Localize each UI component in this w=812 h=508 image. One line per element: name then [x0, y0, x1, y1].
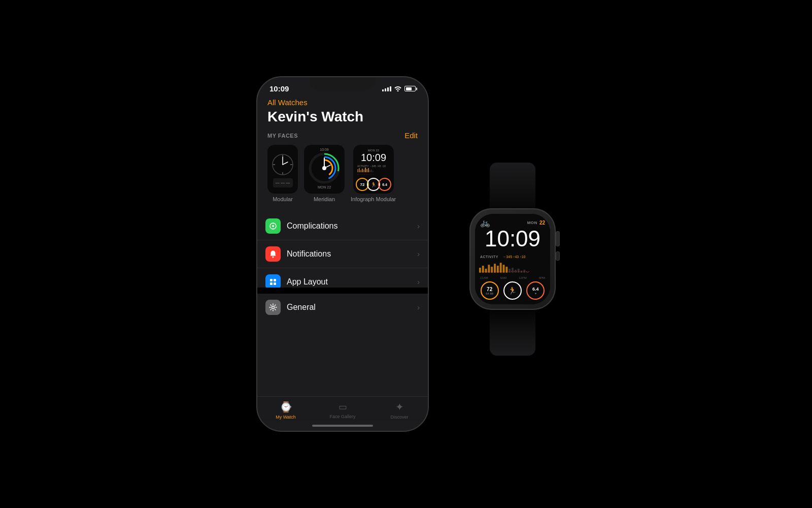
notifications-icon: [265, 246, 281, 262]
temp-sub: 64 88: [486, 292, 493, 295]
svg-point-43: [272, 225, 274, 227]
signal-bar-1: [382, 89, 384, 91]
face-label-modular: Modular: [273, 196, 293, 202]
svg-rect-68: [518, 269, 520, 273]
home-indicator: [312, 425, 373, 427]
watch-band-bottom: [490, 310, 535, 356]
svg-rect-34: [373, 171, 374, 172]
status-icons: [382, 85, 416, 92]
temp-value: 72: [487, 287, 492, 292]
svg-text:🏃: 🏃: [370, 181, 377, 188]
svg-rect-26: [360, 170, 361, 172]
app-layout-label: App Layout: [287, 277, 417, 287]
face-item-infograph[interactable]: MON 22 10:09 ACTIVITY →345 ↑43 ↑10: [351, 145, 396, 202]
svg-rect-49: [270, 282, 273, 285]
svg-rect-47: [270, 279, 273, 281]
activity-graph: [478, 260, 547, 275]
signal-bar-2: [385, 88, 386, 91]
svg-text:MON 22: MON 22: [318, 185, 331, 189]
svg-rect-67: [515, 270, 517, 273]
app-header: All Watches Kevin's Watch: [257, 96, 428, 131]
iphone-screen: 10:09: [257, 77, 428, 431]
svg-rect-60: [494, 264, 496, 272]
battery-icon: [404, 86, 416, 91]
tab-discover[interactable]: ✦ Discover: [371, 401, 428, 420]
complication-uv: 6.4 ✦: [526, 281, 545, 300]
faces-scroll: — — — Modular: [257, 145, 428, 202]
face-item-meridian[interactable]: 10:09 MON 22 Meridian: [304, 145, 345, 202]
menu-item-general[interactable]: General ›: [257, 294, 428, 321]
activity-values: →345 ↑43 ↑10: [502, 255, 525, 259]
signal-bar-3: [387, 87, 389, 91]
watch-body: 🚲 MON 22 10:09 ACTIVITY →345 ↑43 ↑10: [469, 208, 556, 310]
menu-item-app-layout[interactable]: App Layout ›: [257, 268, 428, 288]
menu-section-2: General ›: [257, 294, 428, 321]
svg-rect-31: [368, 168, 369, 172]
page-title: Kevin's Watch: [267, 109, 418, 125]
face-label-meridian: Meridian: [314, 196, 335, 202]
menu-item-complications[interactable]: Complications ›: [257, 212, 428, 240]
time-label-12am: 12AM: [480, 276, 488, 279]
faces-header: MY FACES Edit: [257, 131, 428, 140]
battery-fill: [406, 87, 412, 90]
app-layout-icon: [265, 274, 281, 288]
apple-watch-device: 🚲 MON 22 10:09 ACTIVITY →345 ↑43 ↑10: [469, 163, 556, 356]
svg-rect-29: [365, 168, 366, 172]
faces-section-label: MY FACES: [267, 133, 298, 139]
svg-rect-32: [369, 170, 370, 172]
my-watch-label: My Watch: [276, 415, 296, 420]
svg-text:ACTIVITY →345 ↑43 ↑10: ACTIVITY →345 ↑43 ↑10: [357, 165, 386, 168]
svg-rect-28: [363, 170, 364, 172]
wifi-icon: [394, 85, 402, 92]
my-watch-icon: ⌚: [280, 401, 292, 413]
time-label-12pm: 12PM: [519, 276, 527, 279]
watch-side-button: [556, 251, 560, 261]
tab-face-gallery[interactable]: ▭ Face Gallery: [314, 401, 371, 419]
discover-icon: ✦: [395, 401, 404, 413]
general-chevron: ›: [417, 303, 420, 311]
time-label-6am: 6AM: [500, 276, 506, 279]
svg-text:72: 72: [360, 182, 364, 187]
tab-my-watch[interactable]: ⌚ My Watch: [257, 401, 314, 420]
watch-screen: 🚲 MON 22 10:09 ACTIVITY →345 ↑43 ↑10: [475, 214, 550, 304]
svg-text:— — —: — — —: [275, 180, 289, 185]
signal-bars-icon: [382, 86, 391, 91]
svg-rect-65: [509, 269, 511, 273]
svg-rect-27: [362, 169, 363, 172]
all-watches-link[interactable]: All Watches: [267, 98, 418, 107]
svg-rect-48: [274, 279, 276, 281]
face-item-modular[interactable]: — — — Modular: [267, 145, 298, 202]
time-label-6pm: 6PM: [539, 276, 545, 279]
complications-chevron: ›: [417, 222, 420, 230]
svg-rect-50: [274, 282, 276, 285]
svg-rect-62: [500, 263, 502, 272]
complication-temp: 72 64 88: [481, 281, 499, 300]
notifications-label: Notifications: [287, 249, 417, 259]
complications-label: Complications: [287, 221, 417, 231]
notifications-chevron: ›: [417, 250, 420, 258]
tab-bar: ⌚ My Watch ▭ Face Gallery ✦ Discover: [257, 396, 428, 422]
watch-screen-content: 🚲 MON 22 10:09 ACTIVITY →345 ↑43 ↑10: [475, 214, 550, 304]
complication-activity: 🏃: [503, 281, 522, 300]
complications-icon: [265, 218, 281, 234]
signal-bar-4: [390, 86, 391, 91]
svg-text:10:09: 10:09: [361, 152, 386, 163]
status-time: 10:09: [269, 84, 289, 93]
watch-time: 10:09: [485, 228, 540, 250]
edit-faces-button[interactable]: Edit: [404, 131, 418, 140]
menu-item-notifications[interactable]: Notifications ›: [257, 240, 428, 268]
watch-crown: [556, 231, 560, 246]
watch-band-top: [490, 163, 535, 208]
complications-row: 72 64 88 🏃 6.4 ✦: [478, 281, 547, 300]
iphone-device: 10:09: [256, 76, 429, 432]
face-gallery-label: Face Gallery: [329, 414, 355, 419]
svg-text:6.4: 6.4: [382, 183, 387, 186]
svg-text:10:09: 10:09: [320, 148, 329, 151]
discover-label: Discover: [390, 415, 408, 420]
svg-point-54: [272, 306, 275, 309]
menu-section-1: Complications › Notifications ›: [257, 212, 428, 288]
activity-icon: 🏃: [508, 287, 517, 295]
svg-rect-24: [357, 169, 358, 172]
scene: 10:09: [256, 76, 556, 432]
svg-rect-70: [523, 270, 525, 273]
